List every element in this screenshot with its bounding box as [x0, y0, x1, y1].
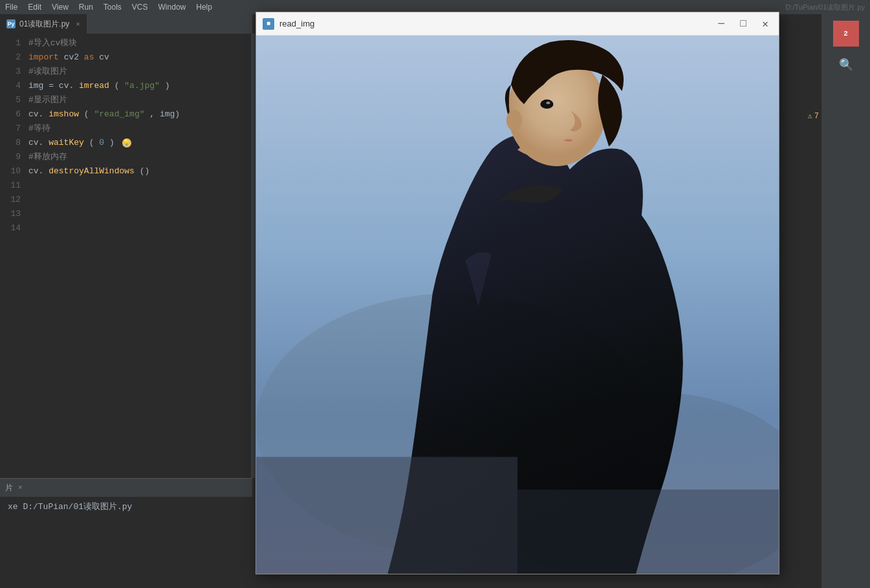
code-line-12 [28, 193, 252, 207]
terminal-panel: 片 × xe D:/TuPian/01读取图片.py [0, 478, 252, 588]
code-line-2: import cv2 as cv [28, 50, 252, 65]
opencv-window: ■ read_img ─ □ ✕ [256, 12, 779, 574]
line-num-14: 14 [0, 221, 21, 235]
tab-close-button[interactable]: × [76, 20, 80, 28]
tab-python-file[interactable]: Py 01读取图片.py × [0, 14, 87, 34]
sidebar-notification-icon[interactable]: 2 [833, 21, 859, 47]
menu-view[interactable]: View [52, 3, 69, 12]
line-num-12: 12 [0, 193, 21, 207]
tab-label: 01读取图片.py [19, 19, 69, 30]
menu-tools[interactable]: Tools [103, 3, 122, 12]
menu-vcs[interactable]: VCS [132, 3, 148, 12]
menu-run[interactable]: Run [79, 3, 93, 12]
line-num-3: 3 [0, 65, 21, 79]
line-num-9: 9 [0, 150, 21, 164]
code-comment-9: #释放内存 [28, 152, 67, 162]
opencv-window-controls: ─ □ ✕ [714, 17, 772, 31]
person-silhouette-svg [256, 36, 779, 574]
code-line-7: #等待 [28, 122, 252, 136]
svg-point-5 [540, 100, 553, 109]
line-num-11: 11 [0, 179, 21, 193]
line-num-1: 1 [0, 36, 21, 50]
code-line-11 [28, 179, 252, 193]
opencv-maximize-button[interactable]: □ [736, 17, 750, 31]
opencv-title-text: read_img [279, 19, 314, 28]
warning-area: ⚠ 7 [783, 34, 821, 121]
code-line-6: cv. imshow ( "read_img" , img) [28, 107, 252, 122]
opencv-minimize-button[interactable]: ─ [714, 17, 728, 31]
warning-icon: ⚠ [808, 111, 812, 121]
code-line-10: cv. destroyAllWindows () [28, 164, 252, 179]
terminal-close-button[interactable]: × [18, 484, 23, 492]
code-line-1: #导入cv模块 [28, 36, 252, 50]
line-num-2: 2 [0, 50, 21, 65]
svg-point-4 [506, 110, 522, 131]
terminal-command: xe D:/TuPian/01读取图片.py [8, 501, 245, 514]
opencv-close-button[interactable]: ✕ [758, 17, 772, 31]
code-keyword-import: import [28, 52, 59, 62]
code-line-5: #显示图片 [28, 93, 252, 107]
menu-window[interactable]: Window [158, 3, 186, 12]
opencv-titlebar: ■ read_img ─ □ ✕ [256, 12, 779, 36]
code-line-8: cv. waitKey ( 0 ) 💡 [28, 136, 252, 150]
warning-badge: ⚠ 7 [808, 111, 819, 121]
line-num-4: 4 [0, 79, 21, 93]
line-num-6: 6 [0, 107, 21, 122]
menu-edit[interactable]: Edit [28, 3, 41, 12]
terminal-tab-label[interactable]: 片 [5, 483, 13, 494]
terminal-content: xe D:/TuPian/01读取图片.py [0, 497, 252, 517]
line-num-7: 7 [0, 122, 21, 136]
line-num-5: 5 [0, 93, 21, 107]
notification-count: 2 [843, 30, 848, 38]
code-keyword-as: as [84, 52, 94, 62]
sidebar-search-icon[interactable]: 🔍 [833, 52, 859, 78]
svg-rect-8 [517, 490, 779, 574]
code-line-4: img = cv. imread ( "a.jpg" ) [28, 79, 252, 93]
right-sidebar: 2 🔍 [821, 14, 870, 588]
svg-rect-7 [256, 457, 517, 574]
code-line-9: #释放内存 [28, 150, 252, 164]
tab-bar: Py 01读取图片.py × [0, 14, 252, 34]
code-line-13 [28, 207, 252, 221]
opencv-image-area [256, 36, 779, 574]
line-num-8: 8 [0, 136, 21, 150]
code-comment-5: #显示图片 [28, 95, 67, 105]
filepath: D:/TuPian/01读取图片.py [786, 3, 865, 12]
menu-help[interactable]: Help [196, 3, 212, 12]
line-num-13: 13 [0, 207, 21, 221]
code-comment-3: #读取图片 [28, 67, 67, 76]
line-num-10: 10 [0, 164, 21, 179]
person-scene [256, 36, 779, 574]
warning-count: 7 [814, 112, 819, 121]
code-line-3: #读取图片 [28, 65, 252, 79]
terminal-tab-bar: 片 × [0, 479, 252, 497]
code-comment-1: #导入cv模块 [28, 38, 77, 48]
opencv-app-icon: ■ [263, 18, 274, 30]
code-line-14 [28, 221, 252, 235]
menu-file[interactable]: File [5, 3, 17, 12]
opencv-title-section: ■ read_img [263, 18, 314, 30]
svg-point-6 [546, 102, 550, 104]
python-icon: Py [6, 19, 16, 28]
lightbulb-icon: 💡 [122, 138, 131, 147]
code-comment-7: #等待 [28, 124, 50, 133]
search-icon: 🔍 [839, 58, 853, 72]
editor-scrollbar[interactable] [251, 34, 255, 478]
